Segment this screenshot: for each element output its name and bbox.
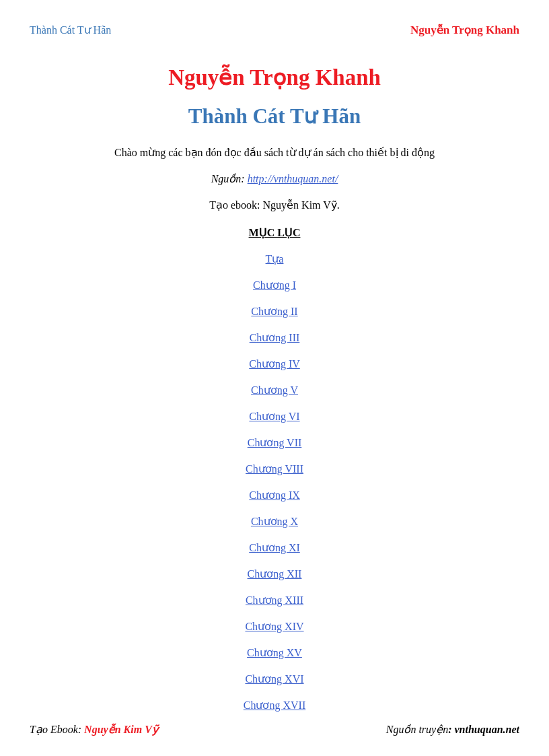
toc-link[interactable]: Chương VIII [246, 463, 303, 475]
source-label: Nguồn: [211, 173, 248, 184]
source-line: Nguồn: http://vnthuquan.net/ [30, 172, 519, 185]
toc-item: Chương VII [30, 436, 519, 449]
toc-item: Chương I [30, 279, 519, 291]
toc-item: Chương XII [30, 568, 519, 580]
ebook-creator: Tạo ebook: Nguyễn Kim Vỹ. [30, 199, 519, 211]
toc-item: Chương XVI [30, 673, 519, 685]
welcome-text: Chào mừng các bạn đón đọc đầu sách từ dự… [30, 146, 519, 159]
page-header: Thành Cát Tư Hãn Nguyễn Trọng Khanh [30, 23, 519, 37]
header-left-title: Thành Cát Tư Hãn [30, 24, 111, 36]
header-right-author: Nguyễn Trọng Khanh [410, 23, 519, 37]
footer-left: Tạo Ebook: Nguyễn Kim Vỹ [30, 723, 158, 736]
page-footer: Tạo Ebook: Nguyễn Kim Vỹ Nguồn truyện: v… [30, 723, 519, 736]
toc-link[interactable]: Chương XVII [244, 699, 305, 711]
toc-item: Chương III [30, 331, 519, 344]
toc-item: Chương IV [30, 357, 519, 370]
footer-creator-name: Nguyễn Kim Vỹ [84, 724, 158, 735]
toc-link[interactable]: Chương XV [247, 647, 302, 658]
toc-link[interactable]: Chương VI [249, 411, 299, 422]
toc-link[interactable]: Chương XI [249, 542, 300, 553]
toc-link[interactable]: Chương XIII [246, 594, 303, 606]
footer-right-label: Nguồn truyện [386, 724, 448, 735]
toc-link[interactable]: Chương IV [249, 358, 300, 370]
source-link[interactable]: http://vnthuquan.net/ [248, 173, 338, 184]
toc-link[interactable]: Chương XIV [245, 621, 303, 632]
toc-item: Chương XI [30, 541, 519, 554]
footer-right: Nguồn truyện: vnthuquan.net [386, 723, 519, 736]
toc-list: TựaChương IChương IIChương IIIChương IVC… [30, 252, 519, 712]
toc-item: Chương VI [30, 410, 519, 423]
toc-item: Chương V [30, 384, 519, 397]
toc-link[interactable]: Chương VII [248, 437, 302, 448]
toc-link[interactable]: Chương XVI [245, 673, 303, 685]
title-author: Nguyễn Trọng Khanh [30, 64, 519, 90]
toc-item: Chương IX [30, 489, 519, 502]
toc-heading: MỤC LỤC [30, 226, 519, 239]
footer-source-name: : vnthuquan.net [448, 724, 519, 735]
toc-link[interactable]: Chương X [251, 516, 298, 527]
toc-item: Chương X [30, 515, 519, 528]
toc-link[interactable]: Tựa [266, 253, 284, 265]
toc-link[interactable]: Chương II [251, 306, 297, 317]
toc-item: Chương XIII [30, 594, 519, 607]
toc-item: Chương XIV [30, 620, 519, 633]
toc-link[interactable]: Chương XII [248, 568, 302, 580]
toc-item: Chương II [30, 305, 519, 318]
toc-item: Tựa [30, 252, 519, 265]
toc-link[interactable]: Chương III [250, 332, 300, 343]
footer-left-label: Tạo Ebook [30, 724, 78, 735]
toc-item: Chương XV [30, 646, 519, 659]
toc-item: Chương XVII [30, 699, 519, 712]
toc-link[interactable]: Chương V [251, 384, 298, 396]
page-content: Nguyễn Trọng Khanh Thành Cát Tư Hãn Chào… [30, 64, 519, 712]
toc-link[interactable]: Chương IX [249, 489, 300, 501]
toc-item: Chương VIII [30, 462, 519, 475]
toc-link[interactable]: Chương I [253, 279, 296, 291]
title-book: Thành Cát Tư Hãn [30, 104, 519, 129]
